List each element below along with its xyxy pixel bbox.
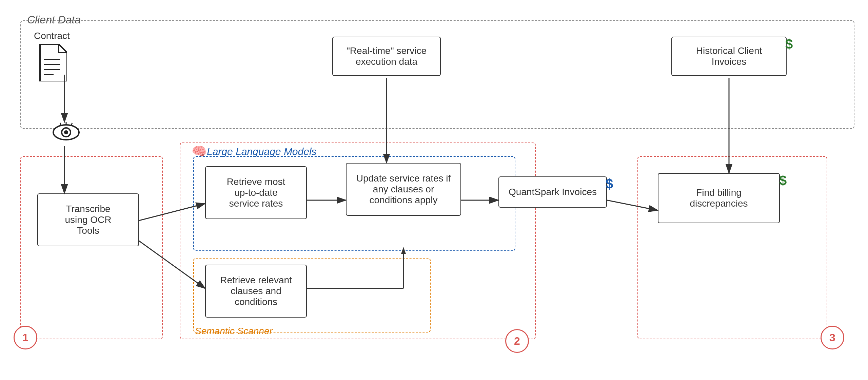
- retrieve-clauses-label: Retrieve relevantclauses and conditions: [220, 275, 292, 307]
- realtime-data-box: "Real-time" serviceexecution data: [332, 37, 441, 76]
- eye-icon: [53, 122, 80, 147]
- billing-label: Find billingdiscrepancies: [690, 187, 748, 209]
- brain-icon: 🧠: [192, 144, 207, 158]
- svg-point-6: [64, 130, 68, 134]
- retrieve-rates-box: Retrieve mostup-to-dateservice rates: [205, 166, 307, 219]
- update-rates-box: Update service rates ifany clauses orcon…: [346, 163, 461, 216]
- dollar-quantspark-icon: $: [606, 176, 613, 192]
- transcribe-label: Transcribeusing OCRTools: [65, 204, 112, 236]
- update-rates-label: Update service rates ifany clauses orcon…: [356, 173, 451, 205]
- circle-2: 2: [505, 329, 529, 353]
- semantic-scanner-label: Semantic Scanner: [195, 326, 273, 337]
- billing-box: Find billingdiscrepancies: [658, 173, 780, 223]
- contract-label: Contract: [34, 31, 70, 41]
- zone1-region: [20, 156, 163, 339]
- contract-node: Contract: [34, 31, 70, 81]
- contract-icon: [37, 44, 67, 81]
- realtime-label: "Real-time" serviceexecution data: [347, 45, 427, 67]
- historical-invoices-box: Historical ClientInvoices: [671, 37, 787, 76]
- client-data-label: Client Data: [27, 14, 81, 26]
- retrieve-clauses-box: Retrieve relevantclauses and conditions: [205, 265, 307, 318]
- circle-3: 3: [821, 326, 844, 349]
- retrieve-rates-label: Retrieve mostup-to-dateservice rates: [227, 176, 285, 209]
- llm-label: Large Language Models: [207, 146, 317, 157]
- historical-label: Historical ClientInvoices: [696, 45, 762, 67]
- quantspark-label: QuantSpark Invoices: [509, 187, 597, 197]
- diagram-container: Client Data Contract "Real-time" service…: [0, 0, 868, 380]
- dollar-billing-icon: $: [779, 173, 787, 188]
- dollar-historical-icon: $: [785, 37, 793, 52]
- circle-1: 1: [14, 326, 37, 349]
- transcribe-box: Transcribeusing OCRTools: [37, 193, 139, 246]
- quantspark-box: QuantSpark Invoices: [498, 176, 607, 208]
